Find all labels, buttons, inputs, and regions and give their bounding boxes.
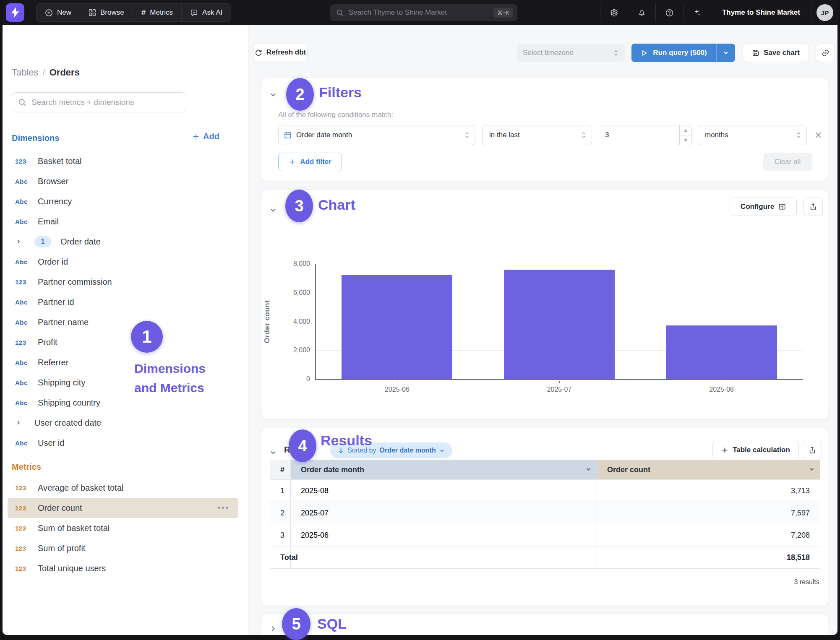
org-switcher-button[interactable]: Thyme to Shine Market <box>711 3 811 22</box>
nav-browse-button[interactable]: Browse <box>80 4 133 21</box>
chevron-right-icon <box>15 419 22 426</box>
timezone-select[interactable]: Select timezone <box>517 44 625 62</box>
chart-y-axis-title: Order count <box>263 300 271 343</box>
total-empty-cell <box>291 546 597 569</box>
user-avatar[interactable]: JP <box>817 4 833 21</box>
nav-new-button[interactable]: New <box>37 4 80 21</box>
bar-2025-08 <box>666 325 777 379</box>
breadcrumb-tables-link[interactable]: Tables <box>12 67 39 78</box>
row-index-cell: 3 <box>270 524 291 546</box>
add-filter-button[interactable]: Add filter <box>278 153 342 171</box>
export-chart-button[interactable] <box>803 198 823 216</box>
field-item-order-count[interactable]: 123Order count••• <box>8 498 238 518</box>
plus-icon <box>192 133 200 140</box>
filters-collapse-chevron[interactable] <box>269 91 277 99</box>
field-item-email[interactable]: AbcEmail <box>8 211 238 232</box>
field-item-order-date[interactable]: 1Order date <box>8 232 238 252</box>
filter-field-select[interactable]: Order date month <box>278 125 475 145</box>
global-search-input[interactable]: Search Thyme to Shine Market ⌘+K <box>330 4 517 21</box>
filter-operator-select[interactable]: in the last <box>482 125 592 145</box>
field-item-partner-id[interactable]: AbcPartner id <box>8 292 238 312</box>
field-label: Profit <box>38 338 57 347</box>
share-icon <box>809 203 817 211</box>
chevron-down-icon <box>269 91 277 99</box>
search-shortcut-badge: ⌘+K <box>493 8 513 18</box>
run-query-button[interactable]: Run query (500) <box>631 44 717 62</box>
field-item-user-created-date[interactable]: User created date <box>8 413 238 433</box>
stepper-down-button[interactable]: ▼ <box>680 135 691 145</box>
field-item-profit[interactable]: 123Profit <box>8 332 238 352</box>
chevron-down-icon <box>269 206 277 214</box>
help-button[interactable] <box>655 3 683 22</box>
column-menu-chevron-icon[interactable] <box>809 466 815 472</box>
field-type-icon-123: 123 <box>15 545 38 552</box>
share-icon <box>809 446 816 454</box>
expand-chevron[interactable] <box>15 419 34 426</box>
results-collapse-chevron[interactable] <box>269 448 277 457</box>
nav-metrics-button[interactable]: # Metrics <box>133 4 182 21</box>
bar-2025-06 <box>342 275 452 379</box>
table-total-row: Total18,518 <box>270 546 820 569</box>
col-header-order-date-month[interactable]: Order date month <box>291 460 597 480</box>
app-window: New Browse # Metrics Ask AI Search Thyme… <box>3 0 837 635</box>
save-icon <box>752 49 759 57</box>
export-results-button[interactable] <box>803 441 822 459</box>
field-label: Referrer <box>38 358 68 367</box>
x-axis-tick-label: 2025-06 <box>355 386 439 393</box>
field-item-basket-total[interactable]: 123Basket total <box>8 151 238 171</box>
field-label: Average of basket total <box>38 483 123 493</box>
field-type-icon-abc: Abc <box>15 198 38 205</box>
refresh-dbt-button[interactable]: Refresh dbt <box>253 44 308 61</box>
updown-chevron-icon <box>796 132 801 138</box>
field-item-browser[interactable]: AbcBrowser <box>8 171 238 191</box>
col-header-order-count[interactable]: Order count <box>597 460 820 480</box>
field-item-sum-of-profit[interactable]: 123Sum of profit <box>8 538 238 558</box>
share-link-button[interactable] <box>816 44 835 62</box>
field-menu-button[interactable]: ••• <box>218 504 230 513</box>
ai-sparkles-button[interactable] <box>683 3 711 22</box>
notifications-button[interactable] <box>628 3 655 22</box>
nav-ask-ai-button[interactable]: Ask AI <box>182 4 231 21</box>
row-metric-cell: 7,208 <box>597 524 820 546</box>
remove-filter-button[interactable]: ✕ <box>814 130 822 141</box>
save-chart-button[interactable]: Save chart <box>743 44 809 62</box>
table-calculation-button[interactable]: Table calculation <box>712 441 799 459</box>
filter-value-input[interactable] <box>598 125 679 145</box>
bell-icon <box>637 8 646 17</box>
field-item-order-id[interactable]: AbcOrder id <box>8 252 238 272</box>
field-item-average-of-basket-total[interactable]: 123Average of basket total <box>8 478 238 498</box>
stepper-up-button[interactable]: ▲ <box>680 125 691 135</box>
plus-icon <box>721 447 728 454</box>
sql-collapse-chevron[interactable] <box>269 624 277 633</box>
field-item-total-unique-users[interactable]: 123Total unique users <box>8 558 238 578</box>
field-label: Partner commission <box>38 277 112 287</box>
configure-chart-button[interactable]: Configure <box>730 198 797 216</box>
dimensions-list: 123Basket totalAbcBrowserAbcCurrencyAbcE… <box>8 151 238 453</box>
app-logo[interactable] <box>6 3 24 22</box>
field-item-partner-commission[interactable]: 123Partner commission <box>8 272 238 292</box>
chart-collapse-chevron[interactable] <box>269 206 277 214</box>
filter-unit-select[interactable]: months <box>698 125 807 145</box>
row-metric-cell: 7,597 <box>597 502 820 524</box>
nav-button-group: New Browse # Metrics Ask AI <box>36 3 231 22</box>
add-dimension-button[interactable]: Add <box>192 132 219 141</box>
table-row: 32025-067,208 <box>270 524 820 546</box>
settings-button[interactable] <box>600 3 628 22</box>
field-item-user-id[interactable]: AbcUser id <box>8 433 238 453</box>
play-icon <box>641 49 648 57</box>
active-fields-badge: 1 <box>34 236 51 247</box>
column-menu-chevron-icon[interactable] <box>585 466 592 472</box>
chat-star-icon <box>190 9 198 17</box>
expand-chevron[interactable] <box>15 238 34 245</box>
field-item-currency[interactable]: AbcCurrency <box>8 191 238 211</box>
field-label: Shipping country <box>38 398 100 408</box>
row-index-cell: 1 <box>270 480 291 502</box>
search-icon <box>336 9 344 16</box>
y-axis-tick-label: 6,000 <box>280 289 310 297</box>
fields-search-input[interactable]: Search metrics + dimensions <box>12 92 186 112</box>
field-label: Order date <box>60 237 101 247</box>
field-item-sum-of-basket-total[interactable]: 123Sum of basket total <box>8 518 238 538</box>
run-query-dropdown-button[interactable] <box>717 44 735 62</box>
field-item-partner-name[interactable]: AbcPartner name <box>8 312 238 332</box>
clear-all-filters-button[interactable]: Clear all <box>763 153 812 171</box>
